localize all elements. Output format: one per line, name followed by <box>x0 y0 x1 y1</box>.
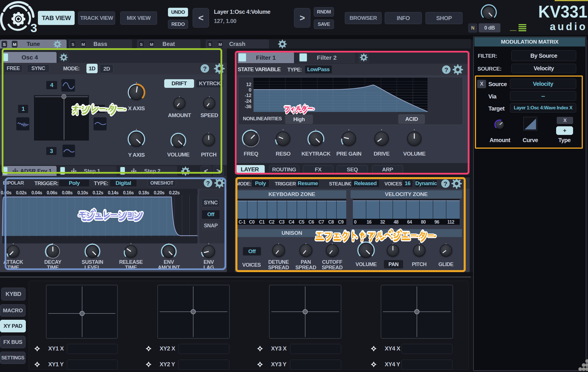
svg-text:3: 3 <box>30 21 37 35</box>
